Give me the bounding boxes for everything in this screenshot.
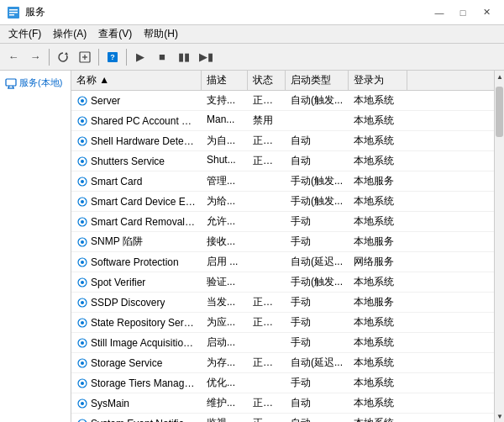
table-row[interactable]: Shared PC Account Mana... Man...禁用本地系统	[71, 111, 494, 131]
col-header-name[interactable]: 名称 ▲	[71, 71, 202, 90]
cell-status	[248, 232, 286, 251]
cell-name: Smart Card	[71, 171, 202, 191]
cell-login: 本地系统	[349, 333, 407, 352]
cell-name: Server	[71, 91, 202, 110]
service-icon	[76, 216, 88, 228]
scroll-up-arrow[interactable]: ▲	[495, 71, 504, 82]
maximize-button[interactable]: □	[452, 5, 474, 20]
stop-button[interactable]: ■	[152, 47, 172, 67]
cell-status	[248, 373, 286, 393]
table-row[interactable]: Shutters Service Shut...正在...自动本地系统	[71, 151, 494, 171]
svg-rect-2	[9, 12, 18, 13]
back-button[interactable]: ←	[3, 47, 24, 67]
service-icon	[76, 196, 88, 208]
table-row[interactable]: Spot Verifier 验证...手动(触发...本地系统	[71, 272, 494, 293]
restart-button[interactable]: ▶▮	[196, 47, 216, 67]
svg-point-37	[81, 321, 84, 324]
cell-startup: 手动	[286, 313, 349, 332]
scrollbar[interactable]: ▲ ▼	[494, 71, 504, 422]
cell-name: Software Protection	[71, 252, 202, 272]
cell-desc: 当发...	[202, 293, 248, 312]
table-body: Server 支持...正在...自动(触发...本地系统 Shared PC …	[71, 91, 494, 422]
menu-item-a[interactable]: 操作(A)	[48, 25, 92, 43]
table-row[interactable]: SysMain 维护...正在...自动本地系统	[71, 393, 494, 414]
svg-point-39	[81, 341, 84, 345]
title-bar-controls: — □ ✕	[428, 5, 497, 20]
title-text: 服务	[25, 5, 45, 19]
table-row[interactable]: State Repository Service 为应...正在...手动本地系…	[71, 313, 494, 333]
cell-startup: 手动(触发...	[286, 192, 349, 211]
cell-desc: 监视...	[202, 414, 248, 422]
service-icon	[76, 337, 88, 349]
cell-name: System Event Notification...	[71, 414, 202, 422]
menu-item-h[interactable]: 帮助(H)	[139, 25, 183, 43]
close-button[interactable]: ✕	[475, 5, 497, 20]
cell-login: 本地系统	[349, 414, 407, 422]
refresh-button[interactable]	[53, 47, 73, 67]
scrollbar-thumb[interactable]	[496, 87, 503, 137]
service-icon	[76, 317, 88, 329]
cell-startup: 手动(触发...	[286, 272, 349, 292]
cell-status: 正在...	[248, 353, 286, 372]
table-row[interactable]: Still Image Acquisition Ev... 启动...手动本地系…	[71, 333, 494, 353]
service-icon	[76, 176, 88, 187]
svg-point-25	[81, 200, 84, 203]
table-row[interactable]: Shell Hardware Detection 为自...正在...自动本地系…	[71, 131, 494, 151]
svg-point-15	[81, 99, 84, 103]
svg-point-35	[81, 301, 84, 304]
cell-desc: 为给...	[202, 192, 248, 211]
cell-startup: 自动(延迟...	[286, 252, 349, 272]
table-row[interactable]: Storage Service 为存...正在...自动(延迟...本地系统	[71, 353, 494, 373]
service-icon	[76, 398, 88, 409]
cell-name: Storage Service	[71, 353, 202, 372]
menu-item-v[interactable]: 查看(V)	[93, 25, 137, 43]
cell-startup: 手动	[286, 293, 349, 312]
title-bar: 服务 — □ ✕	[0, 0, 504, 25]
scroll-down-arrow[interactable]: ▼	[495, 410, 504, 422]
svg-point-33	[81, 281, 84, 284]
minimize-button[interactable]: —	[428, 5, 450, 20]
table-row[interactable]: Smart Card Device Enum... 为给...手动(触发...本…	[71, 192, 494, 212]
table-row[interactable]: Software Protection 启用 ...自动(延迟...网络服务	[71, 252, 494, 272]
table-row[interactable]: System Event Notification... 监视...正在...自…	[71, 414, 494, 422]
col-header-startup[interactable]: 启动类型	[286, 71, 349, 90]
cell-desc: Man...	[202, 111, 248, 130]
sidebar-item-local[interactable]: 服务(本地)	[2, 74, 69, 92]
cell-login: 本地系统	[349, 151, 407, 171]
cell-status: 正在...	[248, 414, 286, 422]
help-button[interactable]: ?	[102, 47, 123, 67]
cell-desc: 为自...	[202, 131, 248, 150]
col-header-status[interactable]: 状态	[248, 71, 286, 90]
svg-text:?: ?	[110, 53, 115, 61]
cell-name: Shared PC Account Mana...	[71, 111, 202, 130]
table-row[interactable]: SNMP 陷阱 接收...手动本地服务	[71, 232, 494, 252]
col-header-login[interactable]: 登录为	[349, 71, 407, 90]
cell-login: 本地系统	[349, 131, 407, 150]
table-row[interactable]: Storage Tiers Managem... 优化...手动本地系统	[71, 373, 494, 393]
export-button[interactable]	[75, 47, 95, 67]
scrollbar-track[interactable]	[495, 82, 504, 410]
svg-rect-10	[6, 79, 16, 86]
svg-point-46	[78, 419, 87, 423]
cell-name: Spot Verifier	[71, 272, 202, 292]
cell-desc: 验证...	[202, 272, 248, 292]
menu-item-f[interactable]: 文件(F)	[3, 25, 46, 43]
play-button[interactable]: ▶	[130, 47, 150, 67]
toolbar-separator-2	[98, 49, 99, 66]
cell-status	[248, 192, 286, 211]
table-row[interactable]: Server 支持...正在...自动(触发...本地系统	[71, 91, 494, 111]
cell-desc: 优化...	[202, 373, 248, 393]
cell-desc: 支持...	[202, 91, 248, 110]
col-header-desc[interactable]: 描述	[202, 71, 248, 90]
cell-name: Smart Card Device Enum...	[71, 192, 202, 211]
service-icon	[76, 256, 88, 268]
table-row[interactable]: Smart Card Removal Poli... 允许...手动本地系统	[71, 212, 494, 232]
svg-point-45	[81, 402, 84, 405]
table-row[interactable]: SSDP Discovery 当发...正在...手动本地服务	[71, 293, 494, 313]
forward-button[interactable]: →	[25, 47, 45, 67]
pause-button[interactable]: ▮▮	[174, 47, 194, 67]
cell-status: 禁用	[248, 111, 286, 130]
cell-name: Shutters Service	[71, 151, 202, 171]
table-area[interactable]: 名称 ▲ 描述 状态 启动类型 登录为 Server 支持...正在...自动(…	[71, 71, 494, 422]
table-row[interactable]: Smart Card 管理...手动(触发...本地服务	[71, 171, 494, 192]
